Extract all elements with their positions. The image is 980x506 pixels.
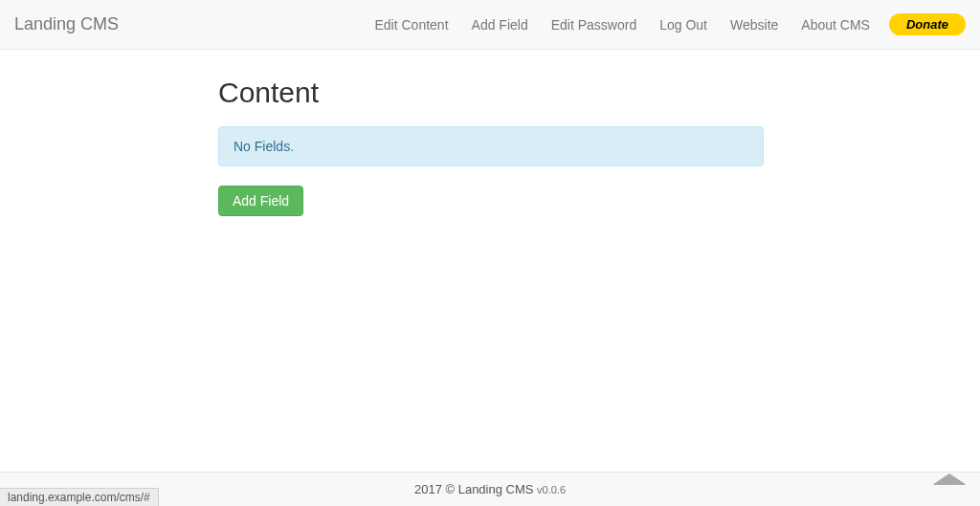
browser-status-bar: landing.example.com/cms/#: [0, 488, 159, 506]
no-fields-alert: No Fields.: [218, 126, 764, 166]
footer-version: v0.0.6: [537, 484, 566, 495]
page-title: Content: [218, 77, 764, 109]
nav-edit-password[interactable]: Edit Password: [540, 3, 648, 47]
nav-about-cms[interactable]: About CMS: [790, 3, 881, 47]
main-content: Content No Fields. Add Field: [218, 50, 764, 216]
add-field-button[interactable]: Add Field: [218, 186, 303, 216]
nav-website[interactable]: Website: [719, 3, 790, 47]
footer-copyright: 2017 © Landing CMS: [414, 482, 537, 496]
top-navbar: Landing CMS Edit Content Add Field Edit …: [0, 0, 980, 50]
donate-button[interactable]: Donate: [889, 13, 966, 35]
nav-edit-content[interactable]: Edit Content: [363, 3, 459, 47]
scroll-top-icon[interactable]: [932, 473, 967, 485]
nav-log-out[interactable]: Log Out: [648, 3, 719, 47]
nav-add-field[interactable]: Add Field: [460, 3, 540, 47]
nav-links: Edit Content Add Field Edit Password Log…: [363, 3, 966, 47]
brand-link[interactable]: Landing CMS: [14, 0, 133, 49]
